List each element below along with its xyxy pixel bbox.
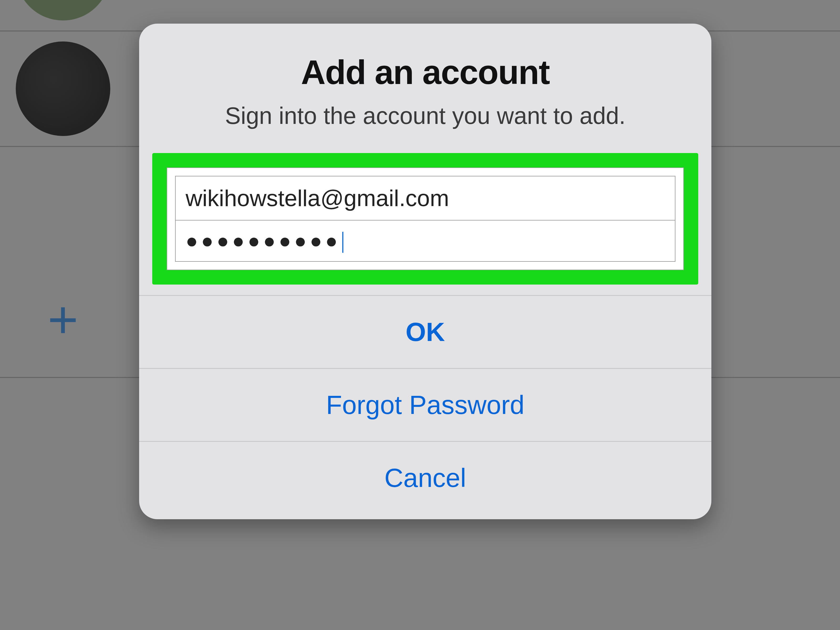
- credentials-highlight: ●●●●●●●●●●: [152, 153, 698, 284]
- avatar-text-line2: How: [28, 0, 98, 2]
- plus-icon: +: [37, 294, 89, 346]
- dialog-header: Add an account Sign into the account you…: [139, 24, 711, 137]
- cancel-button[interactable]: Cancel: [139, 441, 711, 519]
- credentials-input-group: ●●●●●●●●●●: [167, 167, 684, 270]
- ok-button[interactable]: OK: [139, 295, 711, 368]
- email-field[interactable]: [175, 176, 676, 221]
- wikihow-avatar-icon: wiki How: [16, 0, 110, 21]
- avatar-icon: [16, 41, 110, 136]
- password-mask: ●●●●●●●●●●: [186, 229, 341, 252]
- password-field[interactable]: ●●●●●●●●●●: [175, 221, 676, 262]
- add-account-dialog: Add an account Sign into the account you…: [139, 24, 711, 519]
- forgot-password-button[interactable]: Forgot Password: [139, 368, 711, 441]
- text-caret-icon: [342, 232, 343, 253]
- dialog-subtitle: Sign into the account you want to add.: [165, 103, 685, 129]
- dialog-title: Add an account: [165, 52, 685, 92]
